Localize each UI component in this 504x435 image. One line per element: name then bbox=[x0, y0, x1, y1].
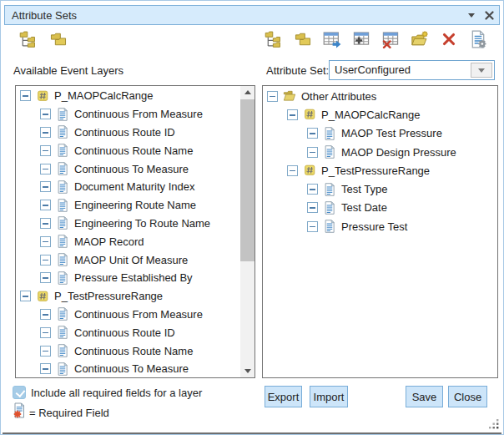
dialog-titlebar[interactable]: Attribute Sets bbox=[4, 5, 500, 25]
collapse-expander-icon[interactable] bbox=[40, 236, 51, 247]
tool-set-collapse-folders-button[interactable] bbox=[293, 31, 313, 51]
collapse-expander-icon[interactable] bbox=[40, 309, 51, 320]
include-required-checkbox[interactable] bbox=[13, 386, 26, 399]
tree-item[interactable]: Document Maturity Index bbox=[16, 178, 239, 196]
attribute-set-tree: Other Attributes P_MAOPCalcRange MAOP Te… bbox=[263, 87, 497, 377]
tree-item[interactable]: P_TestPressureRange bbox=[16, 287, 239, 306]
tree-item[interactable]: Continuous Route ID bbox=[16, 124, 239, 142]
collapse-expander-icon[interactable] bbox=[307, 128, 318, 139]
save-button[interactable]: Save bbox=[406, 386, 443, 407]
collapse-expander-icon[interactable] bbox=[40, 218, 51, 229]
attribute-set-combobox[interactable]: UserConfigured bbox=[329, 60, 495, 80]
scrollbar-thumb[interactable] bbox=[240, 99, 255, 261]
table-export-icon bbox=[323, 30, 341, 52]
tool-set-hierarchy-button[interactable] bbox=[264, 31, 284, 51]
tool-add-table-button[interactable] bbox=[351, 31, 371, 51]
collapse-expander-icon[interactable] bbox=[40, 181, 51, 192]
collapse-expander-icon[interactable] bbox=[267, 91, 278, 102]
collapse-expander-icon[interactable] bbox=[40, 363, 51, 374]
tree-item[interactable]: Other Attributes bbox=[263, 87, 497, 105]
field-doc-icon bbox=[323, 145, 336, 159]
tree-item[interactable]: MAOP Test Pressure bbox=[263, 124, 497, 143]
tree-item[interactable]: MAOP Unit Of Measure bbox=[16, 250, 239, 269]
tree-item[interactable]: MAOP Design Pressure bbox=[263, 143, 497, 161]
vertical-scrollbar[interactable] bbox=[240, 86, 255, 377]
close-icon[interactable] bbox=[485, 11, 494, 20]
field-doc-icon bbox=[323, 201, 336, 215]
tool-collapse-folders-button[interactable] bbox=[48, 31, 68, 51]
table-add-icon bbox=[352, 30, 370, 52]
field-doc-icon bbox=[56, 125, 69, 139]
scroll-up-icon[interactable] bbox=[240, 86, 255, 99]
tree-item[interactable]: MAOP Record bbox=[16, 232, 239, 250]
collapse-expander-icon[interactable] bbox=[40, 127, 51, 138]
collapse-expander-icon[interactable] bbox=[40, 164, 51, 175]
collapse-expander-icon[interactable] bbox=[307, 184, 318, 195]
field-doc-icon bbox=[56, 144, 69, 157]
tool-properties-button[interactable] bbox=[468, 31, 488, 51]
collapse-expander-icon[interactable] bbox=[40, 346, 51, 357]
collapse-expander-icon[interactable] bbox=[307, 202, 318, 213]
field-doc-icon bbox=[323, 183, 336, 196]
collapse-expander-icon[interactable] bbox=[40, 200, 51, 210]
event-layer-icon bbox=[303, 108, 316, 121]
tool-export-table-button[interactable] bbox=[322, 31, 342, 51]
tree-item[interactable]: P_MAOPCalcRange bbox=[16, 87, 239, 105]
collapse-expander-icon[interactable] bbox=[40, 145, 51, 156]
field-doc-icon bbox=[56, 235, 69, 248]
required-field-legend: = Required Field bbox=[29, 407, 109, 419]
dialog-title: Attribute Sets bbox=[12, 9, 77, 22]
collapse-expander-icon[interactable] bbox=[287, 165, 298, 176]
tree-item[interactable]: Continuous To Measure bbox=[16, 360, 239, 378]
close-button[interactable]: Close bbox=[448, 386, 487, 407]
collapse-expander-icon[interactable] bbox=[20, 90, 31, 101]
window-bottom-edge bbox=[3, 432, 501, 434]
collapse-chevron-icon[interactable] bbox=[468, 13, 475, 18]
field-doc-icon bbox=[56, 271, 69, 285]
collapse-expander-icon[interactable] bbox=[40, 272, 51, 283]
tree-item[interactable]: Continuous From Measure bbox=[16, 306, 239, 324]
tree-item[interactable]: P_MAOPCalcRange bbox=[263, 105, 497, 124]
tool-new-attribute-set-button[interactable] bbox=[410, 31, 430, 51]
tree-item[interactable]: Engineering Route Name bbox=[16, 196, 239, 215]
tree-item[interactable]: Test Type bbox=[263, 180, 497, 198]
tree-item[interactable]: Pressure Test bbox=[263, 217, 497, 235]
event-layer-icon bbox=[36, 89, 49, 103]
field-doc-icon bbox=[56, 199, 69, 212]
tool-delete-button[interactable] bbox=[439, 31, 459, 51]
attribute-set-label: Attribute Set: bbox=[266, 64, 329, 77]
field-doc-icon bbox=[56, 307, 69, 321]
import-button[interactable]: Import bbox=[310, 386, 348, 407]
tree-item[interactable]: Continuous Route Name bbox=[16, 341, 239, 360]
collapse-expander-icon[interactable] bbox=[307, 221, 318, 232]
required-field-doc-icon bbox=[12, 402, 27, 419]
collapse-expander-icon[interactable] bbox=[40, 255, 51, 266]
collapse-expander-icon[interactable] bbox=[40, 109, 51, 119]
combobox-dropdown-button[interactable] bbox=[471, 63, 492, 78]
resize-grip[interactable] bbox=[489, 419, 499, 429]
tool-remove-table-button[interactable] bbox=[381, 31, 401, 51]
tree-item[interactable]: Continuous Route ID bbox=[16, 323, 239, 341]
tree-item[interactable]: Continuous Route Name bbox=[16, 141, 239, 159]
tree-item[interactable]: Engineering To Route Name bbox=[16, 215, 239, 233]
available-layers-label: Available Event Layers bbox=[13, 64, 123, 77]
tree-item[interactable]: Test Date bbox=[263, 199, 497, 217]
tool-layer-hierarchy-button[interactable] bbox=[18, 31, 38, 51]
field-doc-icon bbox=[56, 180, 69, 194]
collapse-expander-icon[interactable] bbox=[20, 291, 31, 301]
tree-item[interactable]: Continuous From Measure bbox=[16, 105, 239, 124]
available-layers-tree: P_MAOPCalcRange Continuous From Measure … bbox=[16, 87, 239, 377]
field-doc-icon bbox=[56, 344, 69, 357]
tree-item[interactable]: P_TestPressureRange bbox=[263, 161, 497, 180]
folder-open-icon bbox=[283, 89, 296, 103]
tree-item[interactable]: Continuous To Measure bbox=[16, 159, 239, 178]
collapse-expander-icon[interactable] bbox=[287, 109, 298, 120]
collapse-expander-icon[interactable] bbox=[307, 147, 318, 158]
table-delete-icon bbox=[381, 30, 400, 52]
scroll-down-icon[interactable] bbox=[240, 365, 255, 377]
export-button[interactable]: Export bbox=[265, 386, 302, 407]
tree-item[interactable]: Pressure Established By bbox=[16, 269, 239, 287]
red-x-icon bbox=[440, 30, 458, 52]
doc-gear-icon bbox=[469, 30, 487, 52]
collapse-expander-icon[interactable] bbox=[40, 327, 51, 338]
